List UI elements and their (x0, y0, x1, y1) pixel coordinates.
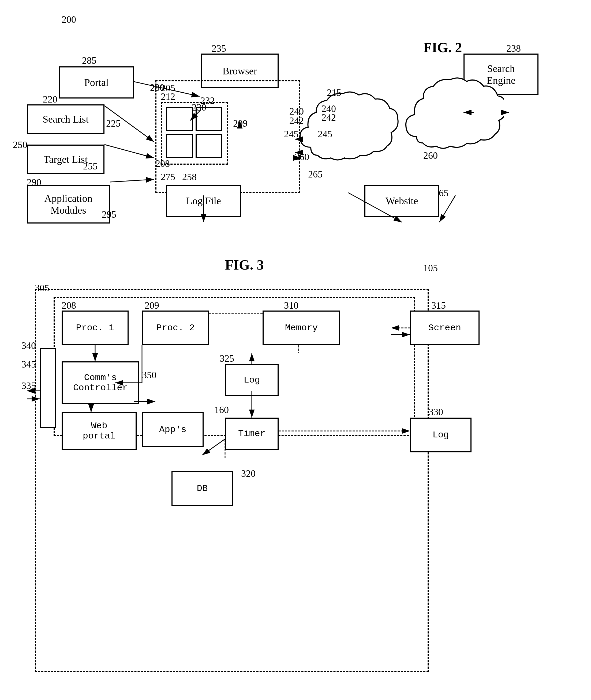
ref-208: 208 (155, 158, 170, 169)
ref-215: 215 (327, 87, 341, 98)
log-outer-box: Log (410, 417, 471, 452)
log-file-box: Log File (166, 185, 241, 217)
ref-350: 350 (142, 369, 156, 381)
ref-285: 285 (82, 55, 96, 66)
ref-260b: 260 (423, 150, 438, 161)
portal-box: Portal (59, 66, 134, 98)
ref-245a: 245 (284, 129, 299, 140)
comm-antenna (40, 348, 56, 428)
ref-209: 209 (233, 118, 248, 129)
ref-330: 330 (429, 406, 443, 417)
apps-label: App's (159, 424, 187, 435)
ref-238: 238 (506, 43, 521, 54)
ref-255: 255 (83, 161, 97, 172)
ref-258: 258 (182, 171, 197, 182)
cloud-internet-2 (402, 75, 504, 161)
target-list-label: Target List (44, 153, 87, 165)
ref-209-fig3: 209 (145, 300, 159, 311)
application-modules-box: Application Modules (27, 185, 110, 224)
web-portal-box: Web portal (62, 412, 137, 450)
ref-260a: 260 (295, 151, 309, 162)
ref-305: 305 (35, 283, 49, 294)
db-label: DB (197, 483, 208, 493)
ref-335: 335 (21, 380, 36, 391)
ref-345: 345 (21, 359, 36, 370)
svg-line-16 (439, 196, 455, 222)
fig3-label: FIG. 3 (225, 257, 264, 273)
ref-200: 200 (62, 14, 76, 25)
ref-250: 250 (13, 139, 27, 150)
screen-box: Screen (410, 311, 479, 345)
portal-label: Portal (84, 77, 109, 88)
ref-245b: 245 (318, 129, 332, 140)
ref-265a: 265 (308, 169, 323, 180)
comms-controller-label: Comm's Controller (73, 373, 128, 393)
db-box: DB (172, 471, 233, 506)
memory-box: Memory (263, 311, 340, 345)
ref-105: 105 (423, 262, 438, 274)
website-box: Website (365, 185, 439, 217)
website-label: Website (386, 195, 418, 207)
search-list-box: Search List (27, 104, 105, 134)
ref-320: 320 (241, 468, 256, 479)
application-modules-label: Application Modules (44, 192, 92, 216)
log-inner-box: Log (225, 364, 279, 396)
screen-label: Screen (429, 323, 461, 333)
ref-315: 315 (431, 300, 446, 311)
memory-label: Memory (285, 323, 318, 333)
log-inner-label: Log (244, 375, 260, 385)
svg-line-6 (105, 145, 154, 158)
ref-290: 290 (27, 177, 41, 188)
web-portal-label: Web portal (83, 421, 116, 441)
ref-310: 310 (284, 300, 299, 311)
svg-line-7 (110, 179, 154, 182)
ref-160: 160 (214, 404, 229, 415)
log-outer-label: Log (433, 430, 449, 440)
cloud-internet-1 (295, 88, 402, 171)
ref-235: 235 (212, 43, 226, 54)
apps-box: App's (142, 412, 204, 447)
proc1-label: Proc. 1 (76, 323, 114, 333)
timer-box: Timer (225, 417, 279, 450)
ref-242b: 242 (322, 112, 336, 123)
ref-340: 340 (21, 340, 36, 351)
search-list-label: Search List (43, 113, 89, 125)
ref-225: 225 (106, 118, 121, 129)
comms-controller-box: Comm's Controller (62, 361, 139, 404)
proc2-box: Proc. 2 (142, 311, 209, 345)
ref-220: 220 (43, 94, 57, 105)
proc2-label: Proc. 2 (156, 323, 195, 333)
proc1-box: Proc. 1 (62, 311, 129, 345)
ref-325: 325 (220, 353, 234, 364)
ref-275: 275 (161, 171, 175, 182)
ref-208-fig3: 208 (62, 300, 76, 311)
ref-280: 280 (150, 82, 165, 93)
ref-230: 230 (192, 102, 206, 113)
timer-label: Timer (238, 429, 265, 439)
ref-242a: 242 (289, 115, 304, 126)
fig2-label: FIG. 2 (423, 40, 462, 56)
ref-295: 295 (102, 209, 116, 220)
browser-label: Browser (222, 65, 257, 77)
log-file-label: Log File (186, 195, 221, 207)
